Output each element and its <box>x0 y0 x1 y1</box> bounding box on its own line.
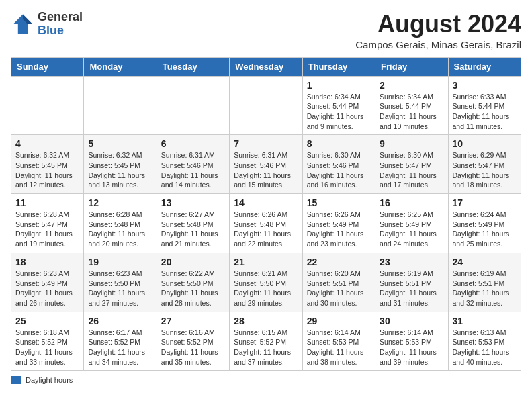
calendar-day-cell: 3Sunrise: 6:33 AM Sunset: 5:44 PM Daylig… <box>448 76 521 135</box>
day-number: 10 <box>453 138 517 149</box>
calendar-day-cell <box>11 76 84 135</box>
day-detail: Sunrise: 6:26 AM Sunset: 5:49 PM Dayligh… <box>307 210 371 249</box>
day-number: 28 <box>234 316 298 326</box>
calendar-day-cell: 23Sunrise: 6:19 AM Sunset: 5:51 PM Dayli… <box>375 253 448 312</box>
calendar-day-cell: 19Sunrise: 6:23 AM Sunset: 5:50 PM Dayli… <box>84 253 157 312</box>
day-detail: Sunrise: 6:29 AM Sunset: 5:47 PM Dayligh… <box>453 150 517 190</box>
header: General Blue August 2024 Campos Gerais, … <box>11 11 521 50</box>
calendar-day-cell: 2Sunrise: 6:34 AM Sunset: 5:44 PM Daylig… <box>375 76 448 135</box>
day-detail: Sunrise: 6:20 AM Sunset: 5:51 PM Dayligh… <box>307 269 371 308</box>
day-detail: Sunrise: 6:23 AM Sunset: 5:50 PM Dayligh… <box>88 269 152 308</box>
day-number: 14 <box>234 197 298 208</box>
location: Campos Gerais, Minas Gerais, Brazil <box>355 39 521 50</box>
calendar-day-cell: 9Sunrise: 6:30 AM Sunset: 5:47 PM Daylig… <box>375 135 448 194</box>
day-detail: Sunrise: 6:19 AM Sunset: 5:51 PM Dayligh… <box>453 269 517 308</box>
day-number: 7 <box>234 138 298 149</box>
logo-text: General Blue <box>38 11 83 38</box>
calendar-day-cell: 26Sunrise: 6:17 AM Sunset: 5:52 PM Dayli… <box>84 312 157 371</box>
day-number: 30 <box>380 316 443 326</box>
day-detail: Sunrise: 6:30 AM Sunset: 5:46 PM Dayligh… <box>307 150 371 190</box>
day-detail: Sunrise: 6:32 AM Sunset: 5:45 PM Dayligh… <box>88 150 152 190</box>
legend-color-box <box>11 376 21 384</box>
calendar-day-cell: 10Sunrise: 6:29 AM Sunset: 5:47 PM Dayli… <box>448 135 521 194</box>
day-number: 18 <box>15 257 79 267</box>
calendar-day-cell <box>84 76 157 135</box>
legend: Daylight hours <box>11 376 521 384</box>
day-detail: Sunrise: 6:28 AM Sunset: 5:48 PM Dayligh… <box>88 210 152 249</box>
calendar-header-cell: Tuesday <box>157 57 229 76</box>
legend-label: Daylight hours <box>26 376 73 384</box>
calendar-day-cell: 21Sunrise: 6:21 AM Sunset: 5:50 PM Dayli… <box>230 253 302 312</box>
day-detail: Sunrise: 6:34 AM Sunset: 5:44 PM Dayligh… <box>380 92 443 132</box>
day-number: 19 <box>88 257 152 267</box>
day-number: 29 <box>307 316 371 326</box>
day-detail: Sunrise: 6:33 AM Sunset: 5:44 PM Dayligh… <box>453 92 517 132</box>
calendar-week-row: 4Sunrise: 6:32 AM Sunset: 5:45 PM Daylig… <box>11 135 521 194</box>
day-number: 15 <box>307 197 371 208</box>
day-number: 5 <box>88 138 152 149</box>
calendar-day-cell: 24Sunrise: 6:19 AM Sunset: 5:51 PM Dayli… <box>448 253 521 312</box>
day-detail: Sunrise: 6:31 AM Sunset: 5:46 PM Dayligh… <box>234 150 298 190</box>
day-number: 31 <box>453 316 517 326</box>
calendar-day-cell: 20Sunrise: 6:22 AM Sunset: 5:50 PM Dayli… <box>157 253 229 312</box>
calendar-day-cell: 6Sunrise: 6:31 AM Sunset: 5:46 PM Daylig… <box>157 135 229 194</box>
calendar-day-cell: 18Sunrise: 6:23 AM Sunset: 5:49 PM Dayli… <box>11 253 84 312</box>
calendar-day-cell <box>230 76 302 135</box>
day-detail: Sunrise: 6:28 AM Sunset: 5:47 PM Dayligh… <box>15 210 79 249</box>
calendar-day-cell: 7Sunrise: 6:31 AM Sunset: 5:46 PM Daylig… <box>230 135 302 194</box>
calendar-week-row: 25Sunrise: 6:18 AM Sunset: 5:52 PM Dayli… <box>11 312 521 371</box>
calendar-week-row: 18Sunrise: 6:23 AM Sunset: 5:49 PM Dayli… <box>11 253 521 312</box>
day-number: 9 <box>380 138 443 149</box>
calendar-day-cell: 17Sunrise: 6:24 AM Sunset: 5:49 PM Dayli… <box>448 194 521 253</box>
calendar-day-cell: 15Sunrise: 6:26 AM Sunset: 5:49 PM Dayli… <box>302 194 375 253</box>
calendar-day-cell: 1Sunrise: 6:34 AM Sunset: 5:44 PM Daylig… <box>302 76 375 135</box>
day-detail: Sunrise: 6:22 AM Sunset: 5:50 PM Dayligh… <box>161 269 225 308</box>
day-number: 12 <box>88 197 152 208</box>
day-number: 17 <box>453 197 517 208</box>
calendar-day-cell: 4Sunrise: 6:32 AM Sunset: 5:45 PM Daylig… <box>11 135 84 194</box>
day-detail: Sunrise: 6:32 AM Sunset: 5:45 PM Dayligh… <box>15 150 79 190</box>
day-detail: Sunrise: 6:34 AM Sunset: 5:44 PM Dayligh… <box>307 92 371 132</box>
calendar-header-cell: Sunday <box>11 57 84 76</box>
calendar-week-row: 11Sunrise: 6:28 AM Sunset: 5:47 PM Dayli… <box>11 194 521 253</box>
day-number: 2 <box>380 80 443 91</box>
day-number: 26 <box>88 316 152 326</box>
calendar-day-cell: 31Sunrise: 6:13 AM Sunset: 5:53 PM Dayli… <box>448 312 521 371</box>
day-detail: Sunrise: 6:17 AM Sunset: 5:52 PM Dayligh… <box>88 328 152 367</box>
day-number: 16 <box>380 197 443 208</box>
calendar-body: 1Sunrise: 6:34 AM Sunset: 5:44 PM Daylig… <box>11 76 521 371</box>
calendar-day-cell: 13Sunrise: 6:27 AM Sunset: 5:48 PM Dayli… <box>157 194 229 253</box>
calendar-day-cell: 22Sunrise: 6:20 AM Sunset: 5:51 PM Dayli… <box>302 253 375 312</box>
day-detail: Sunrise: 6:15 AM Sunset: 5:52 PM Dayligh… <box>234 328 298 367</box>
day-number: 23 <box>380 257 443 267</box>
calendar-header-cell: Saturday <box>448 57 521 76</box>
day-detail: Sunrise: 6:23 AM Sunset: 5:49 PM Dayligh… <box>15 269 79 308</box>
day-number: 8 <box>307 138 371 149</box>
day-number: 4 <box>15 138 79 149</box>
logo: General Blue <box>11 11 83 38</box>
day-detail: Sunrise: 6:16 AM Sunset: 5:52 PM Dayligh… <box>161 328 225 367</box>
calendar-day-cell: 25Sunrise: 6:18 AM Sunset: 5:52 PM Dayli… <box>11 312 84 371</box>
calendar-day-cell: 27Sunrise: 6:16 AM Sunset: 5:52 PM Dayli… <box>157 312 229 371</box>
logo-icon <box>11 12 35 36</box>
day-detail: Sunrise: 6:25 AM Sunset: 5:49 PM Dayligh… <box>380 210 443 249</box>
calendar-header-cell: Monday <box>84 57 157 76</box>
day-number: 13 <box>161 197 225 208</box>
calendar-day-cell: 28Sunrise: 6:15 AM Sunset: 5:52 PM Dayli… <box>230 312 302 371</box>
day-detail: Sunrise: 6:19 AM Sunset: 5:51 PM Dayligh… <box>380 269 443 308</box>
calendar-header-cell: Friday <box>375 57 448 76</box>
calendar-day-cell: 12Sunrise: 6:28 AM Sunset: 5:48 PM Dayli… <box>84 194 157 253</box>
day-number: 21 <box>234 257 298 267</box>
calendar-header-row: SundayMondayTuesdayWednesdayThursdayFrid… <box>11 57 521 76</box>
day-number: 22 <box>307 257 371 267</box>
calendar-day-cell <box>157 76 229 135</box>
day-number: 20 <box>161 257 225 267</box>
day-detail: Sunrise: 6:31 AM Sunset: 5:46 PM Dayligh… <box>161 150 225 190</box>
day-detail: Sunrise: 6:24 AM Sunset: 5:49 PM Dayligh… <box>453 210 517 249</box>
calendar-day-cell: 29Sunrise: 6:14 AM Sunset: 5:53 PM Dayli… <box>302 312 375 371</box>
day-number: 27 <box>161 316 225 326</box>
day-number: 6 <box>161 138 225 149</box>
calendar-day-cell: 11Sunrise: 6:28 AM Sunset: 5:47 PM Dayli… <box>11 194 84 253</box>
day-detail: Sunrise: 6:18 AM Sunset: 5:52 PM Dayligh… <box>15 328 79 367</box>
calendar-header-cell: Thursday <box>302 57 375 76</box>
